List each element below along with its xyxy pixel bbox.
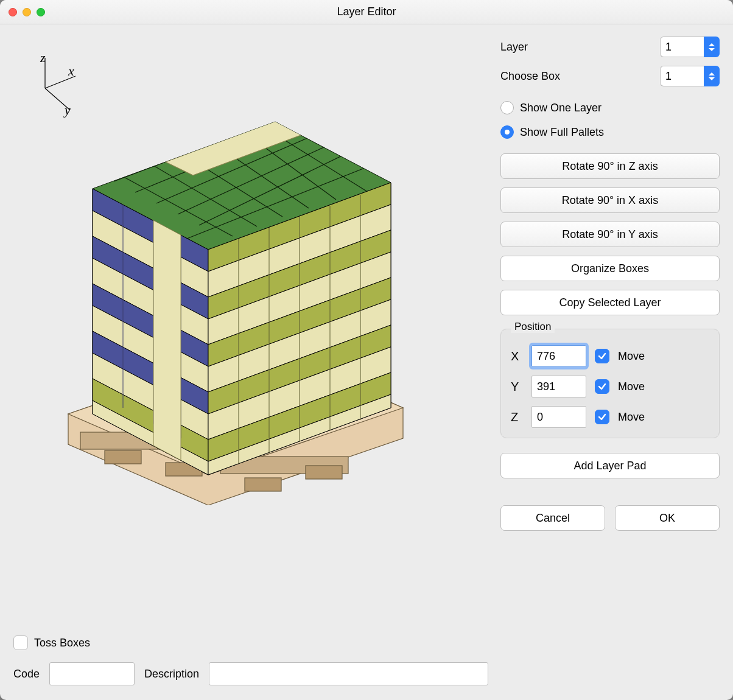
rotate-x-button[interactable]: Rotate 90° in X axis bbox=[500, 187, 720, 213]
rotate-z-button[interactable]: Rotate 90° in Z axis bbox=[500, 153, 720, 179]
choose-box-label: Choose Box bbox=[500, 70, 660, 83]
position-z-move-label: Move bbox=[618, 411, 645, 424]
choose-box-value-input[interactable] bbox=[660, 66, 704, 86]
left-pane: z x y bbox=[13, 37, 488, 685]
svg-marker-57 bbox=[153, 220, 181, 460]
svg-rect-11 bbox=[306, 466, 342, 479]
code-label: Code bbox=[13, 668, 40, 681]
toss-boxes-checkbox[interactable] bbox=[13, 635, 28, 650]
svg-rect-10 bbox=[245, 478, 281, 491]
position-legend: Position bbox=[511, 321, 555, 333]
position-group: Position X Move Y Move bbox=[500, 329, 720, 438]
organize-boxes-button[interactable]: Organize Boxes bbox=[500, 256, 720, 281]
position-z-input[interactable] bbox=[531, 406, 586, 428]
chevron-down-icon[interactable] bbox=[709, 77, 715, 80]
position-y-move-checkbox[interactable] bbox=[595, 379, 609, 394]
svg-rect-8 bbox=[105, 450, 141, 464]
rotate-y-button[interactable]: Rotate 90° in Y axis bbox=[500, 222, 720, 247]
content: z x y bbox=[0, 24, 733, 700]
window-title: Layer Editor bbox=[337, 5, 396, 18]
code-input[interactable] bbox=[49, 662, 135, 685]
footer-area: Toss Boxes Code Description bbox=[13, 633, 488, 685]
layer-editor-window: Layer Editor z x y bbox=[0, 0, 733, 700]
show-one-layer-label: Show One Layer bbox=[520, 102, 601, 114]
layer-label: Layer bbox=[500, 41, 660, 54]
titlebar: Layer Editor bbox=[0, 0, 733, 24]
choose-box-stepper[interactable] bbox=[660, 66, 720, 86]
description-label: Description bbox=[144, 668, 199, 681]
right-pane: Layer Choose Box bbox=[500, 37, 720, 685]
choose-box-stepper-buttons[interactable] bbox=[704, 66, 720, 86]
pallet-viewport[interactable]: z x y bbox=[13, 37, 488, 633]
cancel-button[interactable]: Cancel bbox=[500, 505, 605, 531]
chevron-down-icon[interactable] bbox=[709, 48, 715, 51]
chevron-up-icon[interactable] bbox=[709, 72, 715, 75]
layer-stepper-buttons[interactable] bbox=[704, 37, 720, 57]
position-y-input[interactable] bbox=[531, 376, 586, 397]
position-y-label: Y bbox=[511, 380, 523, 394]
position-x-input[interactable] bbox=[531, 345, 586, 367]
close-icon[interactable] bbox=[9, 8, 17, 16]
description-input[interactable] bbox=[209, 662, 488, 685]
pallet-illustration bbox=[38, 67, 427, 505]
layer-stepper[interactable] bbox=[660, 37, 720, 57]
position-z-move-checkbox[interactable] bbox=[595, 410, 609, 424]
add-layer-pad-button[interactable]: Add Layer Pad bbox=[500, 453, 720, 478]
show-full-pallets-radio[interactable] bbox=[500, 125, 514, 139]
toss-boxes-label: Toss Boxes bbox=[34, 637, 90, 649]
ok-button[interactable]: OK bbox=[615, 505, 720, 531]
chevron-up-icon[interactable] bbox=[709, 43, 715, 46]
show-one-layer-radio[interactable] bbox=[500, 101, 514, 114]
axis-z-label: z bbox=[40, 50, 46, 66]
position-y-move-label: Move bbox=[618, 380, 645, 393]
position-x-move-label: Move bbox=[618, 350, 645, 363]
window-controls bbox=[9, 8, 45, 16]
position-x-move-checkbox[interactable] bbox=[595, 349, 609, 363]
show-full-pallets-label: Show Full Pallets bbox=[520, 126, 604, 139]
copy-selected-layer-button[interactable]: Copy Selected Layer bbox=[500, 290, 720, 315]
layer-value-input[interactable] bbox=[660, 37, 704, 57]
position-z-label: Z bbox=[511, 410, 523, 424]
zoom-icon[interactable] bbox=[37, 8, 45, 16]
position-x-label: X bbox=[511, 349, 523, 363]
minimize-icon[interactable] bbox=[23, 8, 31, 16]
